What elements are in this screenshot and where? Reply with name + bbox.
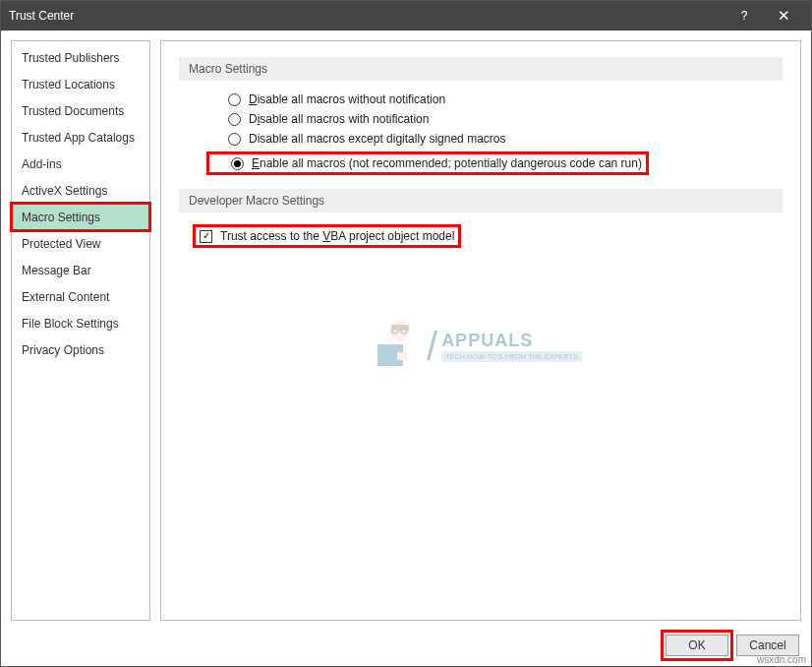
sidebar: Trusted Publishers Trusted Locations Tru… (11, 40, 150, 621)
dialog-body: Trusted Publishers Trusted Locations Tru… (1, 30, 811, 625)
close-icon: ✕ (778, 7, 790, 25)
radio-icon[interactable] (231, 157, 244, 170)
radio-label: Disable all macros except digitally sign… (249, 132, 505, 146)
watermark-slash-icon: / (427, 325, 437, 369)
close-button[interactable]: ✕ (764, 1, 803, 30)
attribution-text: wsxdn.com (757, 654, 806, 665)
svg-rect-5 (397, 352, 407, 360)
cancel-button[interactable]: Cancel (736, 635, 799, 656)
ok-button[interactable]: OK (666, 635, 728, 656)
radio-disable-no-notification[interactable]: Disable all macros without notification (228, 92, 783, 106)
sidebar-item-activex-settings[interactable]: ActiveX Settings (12, 177, 149, 204)
radio-label: Disable all macros with notification (249, 112, 429, 126)
radio-disable-with-notification[interactable]: Disable all macros with notification (228, 112, 783, 126)
dialog-footer: OK Cancel (1, 625, 811, 666)
watermark-figure-icon (368, 317, 423, 376)
window-title: Trust Center (9, 9, 725, 23)
sidebar-item-trusted-app-catalogs[interactable]: Trusted App Catalogs (12, 124, 149, 151)
help-button[interactable]: ? (725, 1, 764, 30)
checkbox-icon[interactable]: ✓ (200, 230, 212, 243)
checkbox-label[interactable]: Trust access to the VBA project object m… (220, 229, 454, 243)
macro-settings-radio-group: Disable all macros without notification … (179, 92, 783, 175)
radio-icon (228, 93, 241, 106)
watermark-text: APPUALS TECH HOW-TO'S FROM THE EXPERTS (441, 331, 582, 362)
sidebar-item-protected-view[interactable]: Protected View (12, 230, 149, 257)
sidebar-item-external-content[interactable]: External Content (12, 283, 149, 310)
sidebar-item-privacy-options[interactable]: Privacy Options (12, 336, 149, 363)
radio-enable-all-highlighted: Enable all macros (not recommended; pote… (206, 152, 649, 175)
sidebar-item-file-block-settings[interactable]: File Block Settings (12, 310, 149, 336)
sidebar-item-trusted-publishers[interactable]: Trusted Publishers (12, 44, 149, 71)
radio-disable-except-signed[interactable]: Disable all macros except digitally sign… (228, 132, 783, 146)
radio-label[interactable]: Enable all macros (not recommended; pote… (252, 156, 642, 170)
trust-center-dialog: Trust Center ? ✕ Trusted Publishers Trus… (0, 0, 812, 667)
watermark-brand: APPUALS (441, 331, 582, 351)
sidebar-item-trusted-documents[interactable]: Trusted Documents (12, 97, 149, 124)
watermark-tagline: TECH HOW-TO'S FROM THE EXPERTS (441, 351, 582, 362)
main-panel: Macro Settings Disable all macros withou… (160, 40, 801, 621)
section-header-macro-settings: Macro Settings (179, 57, 783, 81)
sidebar-item-add-ins[interactable]: Add-ins (12, 151, 149, 177)
section-header-developer-macro-settings: Developer Macro Settings (179, 189, 783, 212)
sidebar-item-macro-settings[interactable]: Macro Settings (12, 204, 149, 230)
radio-icon (228, 113, 241, 126)
watermark: / APPUALS TECH HOW-TO'S FROM THE EXPERTS (368, 317, 582, 376)
titlebar: Trust Center ? ✕ (1, 1, 811, 30)
sidebar-item-message-bar[interactable]: Message Bar (12, 257, 149, 283)
checkbox-trust-vba-highlighted: ✓ Trust access to the VBA project object… (193, 224, 461, 248)
radio-label: Disable all macros without notification (249, 92, 445, 106)
radio-icon (228, 133, 241, 146)
sidebar-item-trusted-locations[interactable]: Trusted Locations (12, 71, 149, 97)
